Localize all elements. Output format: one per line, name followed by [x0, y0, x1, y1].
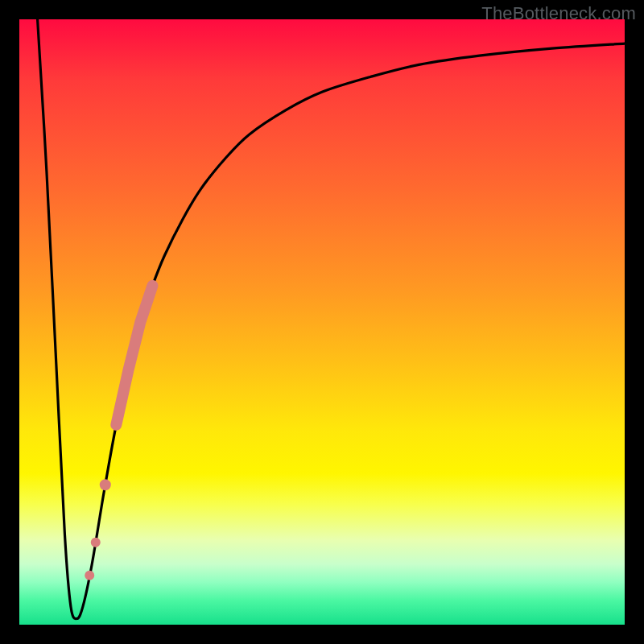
highlight-segment — [116, 286, 152, 425]
chart-svg — [19, 19, 625, 625]
markers-layer — [85, 286, 152, 580]
highlight-dot — [91, 538, 101, 547]
chart-container: TheBottleneck.com — [0, 0, 644, 644]
highlight-dot — [85, 571, 94, 580]
highlight-dot — [100, 479, 111, 490]
curve-layer — [38, 19, 625, 619]
watermark-text: TheBottleneck.com — [481, 3, 636, 24]
plot-area — [19, 19, 625, 625]
bottleneck-curve-line — [38, 19, 625, 619]
